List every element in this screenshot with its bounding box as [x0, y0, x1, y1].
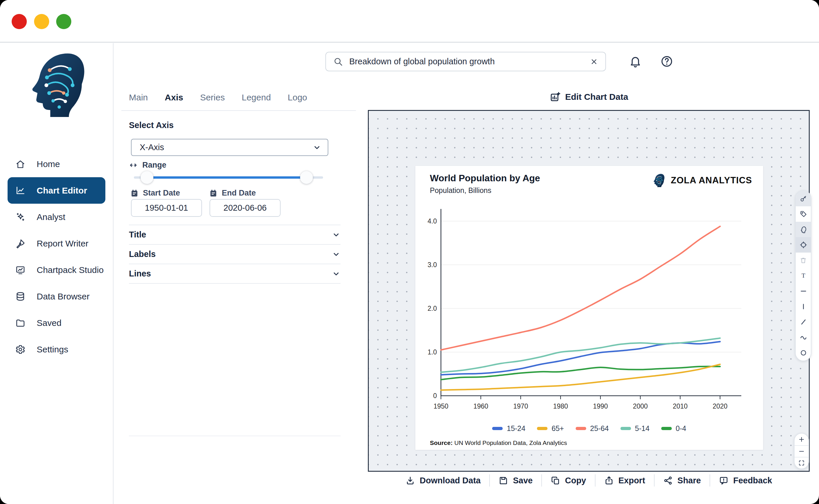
chevron-down-icon — [332, 250, 341, 259]
tool-curve[interactable] — [796, 330, 811, 345]
sidebar-item-home[interactable]: Home — [8, 151, 105, 177]
axis-select[interactable]: X-Axis — [131, 139, 328, 156]
edit-chart-data-label: Edit Chart Data — [565, 92, 628, 102]
chart-source: Source: UN World Population Data, Zola A… — [430, 439, 567, 446]
tool-crosshair[interactable] — [796, 237, 811, 253]
tool-ellipse[interactable] — [796, 345, 811, 361]
zoom-out-button[interactable] — [795, 445, 809, 457]
accordion-label: Lines — [129, 269, 151, 278]
range-row: Range — [129, 161, 166, 170]
sidebar-item-report-writer[interactable]: Report Writer — [8, 230, 105, 257]
pen-nib-icon — [15, 238, 26, 249]
zoom-in-button[interactable] — [795, 434, 809, 445]
window-minimize-button[interactable] — [34, 14, 49, 29]
tab-legend[interactable]: Legend — [242, 93, 271, 102]
sidebar-item-label: Settings — [37, 345, 68, 354]
window-close-button[interactable] — [12, 14, 27, 29]
chart-title: World Population by Age — [430, 173, 540, 184]
tool-head-profile[interactable] — [796, 222, 811, 237]
svg-text:1950: 1950 — [433, 402, 448, 410]
legend-label: 5-14 — [635, 424, 650, 433]
diagonal-line-icon — [799, 318, 807, 326]
chevron-down-icon — [332, 230, 341, 239]
tool-horizontal-line[interactable] — [796, 283, 811, 299]
actions-divider — [489, 474, 490, 487]
end-date-input[interactable] — [210, 200, 280, 216]
chevron-down-icon — [332, 269, 341, 278]
sidebar-item-label: Data Browser — [37, 292, 90, 301]
sidebar-item-saved[interactable]: Saved — [8, 310, 105, 336]
vertical-line-icon — [799, 303, 807, 310]
export-button[interactable]: Export — [604, 476, 645, 485]
expand-icon — [798, 459, 805, 466]
tabs-divider — [121, 110, 356, 111]
notifications-bell-icon[interactable] — [629, 55, 642, 68]
chart-card[interactable]: World Population by Age Population, Bill… — [415, 166, 763, 450]
search-input[interactable] — [349, 56, 584, 67]
sidebar-item-data-browser[interactable]: Data Browser — [8, 283, 105, 310]
sidebar-nav: Home Chart Editor Analyst Report Writer … — [0, 151, 113, 363]
canvas-zoom-controls — [794, 433, 809, 469]
sidebar-item-label: Home — [37, 159, 60, 169]
sidebar-item-analyst[interactable]: Analyst — [8, 204, 105, 230]
copy-icon — [551, 476, 560, 485]
tool-trash[interactable] — [796, 253, 811, 268]
help-icon[interactable] — [660, 55, 673, 68]
sidebar-item-chartpack-studio[interactable]: Chartpack Studio — [8, 257, 105, 283]
tool-tag[interactable] — [796, 206, 811, 222]
slider-handle-start[interactable] — [141, 171, 153, 184]
svg-text:0: 0 — [433, 392, 437, 400]
end-date-label: End Date — [222, 189, 256, 198]
tool-diagonal-line[interactable] — [796, 314, 811, 330]
start-date-input[interactable] — [132, 200, 201, 216]
legend-label: 65+ — [552, 424, 564, 433]
source-label: Source: — [430, 439, 453, 446]
sidebar-item-settings[interactable]: Settings — [8, 336, 105, 363]
action-label: Copy — [565, 476, 586, 485]
sidebar-item-chart-editor[interactable]: Chart Editor — [8, 177, 105, 204]
accordion-title[interactable]: Title — [129, 225, 341, 244]
legend-swatch — [537, 427, 547, 430]
tab-logo[interactable]: Logo — [288, 93, 307, 102]
tab-series[interactable]: Series — [200, 93, 225, 102]
key-icon — [799, 195, 807, 203]
copy-button[interactable]: Copy — [551, 476, 586, 485]
tab-axis[interactable]: Axis — [165, 93, 183, 102]
action-label: Feedback — [733, 476, 772, 485]
sidebar-item-label: Chartpack Studio — [37, 265, 104, 275]
select-axis-label: Select Axis — [129, 120, 174, 130]
tool-key[interactable] — [796, 191, 811, 206]
tab-main[interactable]: Main — [129, 93, 148, 102]
panel-bottom-divider — [129, 436, 341, 436]
svg-text:1990: 1990 — [593, 402, 608, 410]
legend-label: 0-4 — [676, 424, 686, 433]
legend-swatch — [492, 427, 503, 430]
svg-text:T: T — [801, 272, 805, 279]
svg-text:2020: 2020 — [712, 402, 727, 410]
window-zoom-button[interactable] — [56, 14, 71, 29]
feedback-button[interactable]: Feedback — [719, 476, 772, 485]
tool-text[interactable]: T — [796, 268, 811, 283]
tool-vertical-line[interactable] — [796, 299, 811, 314]
fit-view-button[interactable] — [795, 457, 809, 468]
svg-text:1.0: 1.0 — [428, 348, 437, 356]
chart-legend: 15-24 65+ 25-64 5-14 0-4 — [415, 424, 763, 433]
accordion-labels[interactable]: Labels — [129, 244, 341, 264]
line-chart-plot: 01.02.03.04.0195019601970198019902000201… — [424, 204, 750, 420]
download-data-button[interactable]: Download Data — [405, 476, 481, 485]
accordion-lines[interactable]: Lines — [129, 264, 341, 283]
range-slider — [134, 171, 323, 184]
tag-icon — [799, 210, 807, 218]
calendar-icon — [130, 189, 139, 198]
save-button[interactable]: Save — [499, 476, 533, 485]
clear-search-icon[interactable] — [590, 57, 598, 66]
legend-item: 25-64 — [576, 424, 609, 433]
slider-handle-end[interactable] — [300, 171, 313, 184]
legend-swatch — [576, 427, 586, 430]
chevron-down-icon — [313, 143, 321, 152]
edit-chart-data-button[interactable]: Edit Chart Data — [368, 91, 810, 102]
share-button[interactable]: Share — [663, 476, 701, 485]
sidebar: Home Chart Editor Analyst Report Writer … — [0, 43, 114, 504]
database-icon — [15, 291, 26, 302]
action-label: Share — [678, 476, 701, 485]
